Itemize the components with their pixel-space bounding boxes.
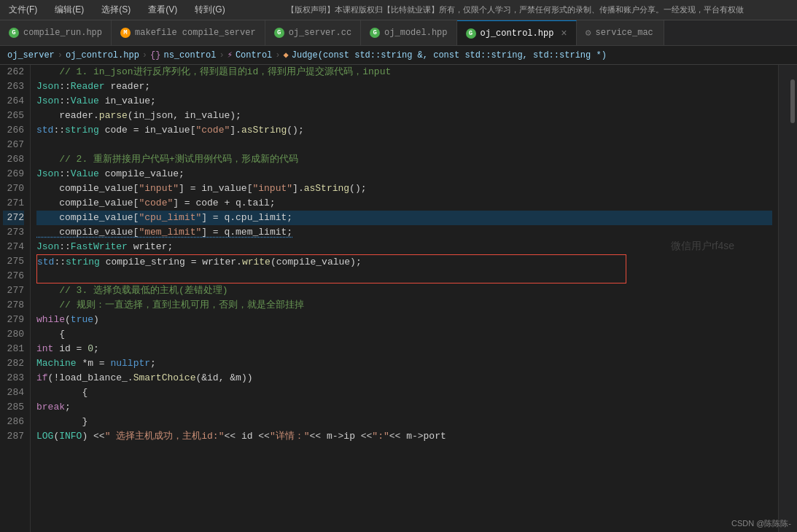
line-num-280: 280: [3, 327, 24, 342]
line-num-284: 284: [3, 386, 24, 400]
line-num-269: 269: [3, 167, 24, 181]
line-num-283: 283: [3, 371, 24, 386]
gear-icon: ⚙: [586, 27, 591, 39]
tab-close-oj-control[interactable]: ×: [561, 28, 567, 39]
line-num-263: 263: [3, 79, 24, 94]
tab-icon-oj-control: G: [466, 28, 476, 39]
minimap: [778, 65, 788, 532]
code-line-274: Json::FastWriter writer;: [36, 240, 772, 254]
code-line-272: compile_value["cpu_limit"] = q.cpu_limit…: [36, 211, 772, 225]
code-line-270: compile_value["input"] = in_value["input…: [36, 181, 772, 196]
menu-edit[interactable]: 编辑(E): [52, 2, 87, 17]
line-num-275: 275: [3, 254, 24, 269]
code-line-263: Json::Reader reader;: [36, 79, 772, 94]
line-num-264: 264: [3, 94, 24, 109]
copyright-notice: 【版权声明】本课程版权归【比特就业课】所有，仅限个人学习，严禁任何形式的录制、传…: [240, 3, 791, 17]
code-line-271: compile_value["code"] = code + q.tail;: [36, 196, 772, 211]
code-line-282: Machine *m = nullptr;: [36, 356, 772, 371]
code-line-267: [36, 138, 772, 152]
tab-label-compile-run: compile_run.hpp: [23, 28, 102, 38]
code-line-266: std::string code = in_value["code"].asSt…: [36, 123, 772, 138]
breadcrumb-oj-control[interactable]: oj_control.hpp: [66, 50, 139, 60]
code-line-265: reader.parse(in_json, in_value);: [36, 109, 772, 123]
code-line-264: Json::Value in_value;: [36, 94, 772, 109]
code-line-273: compile_value["mem_limit"] = q.mem_limit…: [36, 225, 772, 240]
code-line-262: // 1. in_json进行反序列化，得到题目的id，得到用户提交源代码，in…: [36, 65, 772, 79]
code-line-286: }: [36, 415, 772, 429]
line-num-273: 273: [3, 225, 24, 240]
code-line-280: {: [36, 327, 772, 342]
tab-icon-oj-server: G: [274, 28, 284, 38]
line-num-285: 285: [3, 400, 24, 415]
code-line-268: // 2. 重新拼接用户代码+测试用例代码，形成新的代码: [36, 152, 772, 167]
tab-label-oj-control: oj_control.hpp: [481, 28, 554, 39]
line-num-277: 277: [3, 283, 24, 298]
line-num-286: 286: [3, 415, 24, 429]
line-num-262: 262: [3, 65, 24, 79]
tab-compile-run[interactable]: G compile_run.hpp: [0, 20, 112, 45]
line-num-266: 266: [3, 123, 24, 138]
tab-icon-compile-run: G: [9, 28, 19, 38]
line-num-281: 281: [3, 342, 24, 356]
tab-oj-server[interactable]: G oj_server.cc: [265, 20, 361, 45]
line-num-268: 268: [3, 152, 24, 167]
code-line-285: break;: [36, 400, 772, 415]
code-line-281: int id = 0;: [36, 342, 772, 356]
code-line-284: {: [36, 386, 772, 400]
code-line-269: Json::Value compile_value;: [36, 167, 772, 181]
line-num-276: 276: [3, 269, 24, 283]
tab-icon-oj-model: G: [370, 28, 380, 38]
code-line-279: while(true): [36, 313, 772, 327]
menu-view[interactable]: 查看(V): [145, 2, 180, 17]
line-num-265: 265: [3, 109, 24, 123]
breadcrumb: oj_server › oj_control.hpp › {} ns_contr…: [0, 46, 797, 65]
tab-label-oj-server: oj_server.cc: [289, 28, 351, 38]
breadcrumb-judge[interactable]: Judge(const std::string &, const std::st…: [292, 50, 607, 60]
tab-bar: G compile_run.hpp M makefile compile_ser…: [0, 20, 797, 46]
tab-service-mac[interactable]: ⚙ service_mac: [577, 20, 664, 45]
scrollbar-thumb[interactable]: [790, 79, 795, 123]
tab-icon-makefile: M: [120, 28, 131, 38]
menu-select[interactable]: 选择(S): [98, 2, 133, 17]
line-num-287: 287: [3, 429, 24, 444]
credit-text: CSDN @陈陈陈-: [731, 518, 791, 529]
breadcrumb-oj-server[interactable]: oj_server: [7, 50, 55, 60]
line-num-278: 278: [3, 298, 24, 313]
code-line-276: [36, 269, 626, 283]
tab-makefile[interactable]: M makefile compile_server: [112, 20, 265, 45]
code-line-287: LOG(INFO) << " 选择主机成功，主机id:" << id << "详…: [36, 429, 772, 444]
scrollbar-track[interactable]: [788, 65, 797, 532]
tab-label-oj-model: oj_model.hpp: [384, 28, 447, 38]
line-num-282: 282: [3, 356, 24, 371]
code-line-277: // 3. 选择负载最低的主机(差错处理): [36, 283, 772, 298]
line-num-272: 272: [3, 211, 24, 225]
breadcrumb-control[interactable]: Control: [236, 50, 272, 60]
line-num-270: 270: [3, 181, 24, 196]
line-num-271: 271: [3, 196, 24, 211]
line-num-279: 279: [3, 313, 24, 327]
code-line-278: // 规则：一直选择，直到主机可用，否则，就是全部挂掉: [36, 298, 772, 313]
tab-label-makefile: makefile compile_server: [135, 28, 256, 38]
code-area: 2622632642652662672682692702712722732742…: [0, 65, 797, 532]
menu-file[interactable]: 文件(F): [6, 2, 40, 17]
menu-bar: 文件(F) 编辑(E) 选择(S) 查看(V) 转到(G) 【版权声明】本课程版…: [0, 0, 797, 20]
line-num-274: 274: [3, 240, 24, 254]
line-num-267: 267: [3, 138, 24, 152]
tab-label-service-mac: service_mac: [596, 28, 653, 38]
breadcrumb-ns-control[interactable]: ns_control: [163, 50, 216, 60]
tab-oj-model[interactable]: G oj_model.hpp: [361, 20, 456, 45]
menu-goto[interactable]: 转到(G): [192, 2, 228, 17]
tab-oj-control[interactable]: G oj_control.hpp ×: [457, 20, 577, 45]
line-numbers: 2622632642652662672682692702712722732742…: [0, 65, 31, 532]
code-content[interactable]: // 1. in_json进行反序列化，得到题目的id，得到用户提交源代码，in…: [31, 65, 778, 532]
code-line-283: if(!load_blance_.SmartChoice(&id, &m)): [36, 371, 772, 386]
code-line-275: std::string compile_string = writer.writ…: [36, 254, 626, 269]
